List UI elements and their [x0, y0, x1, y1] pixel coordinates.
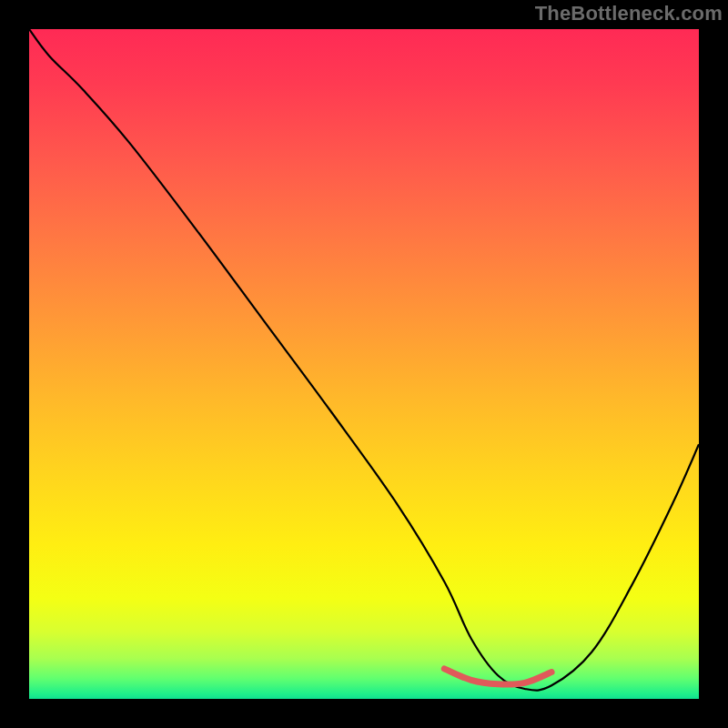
background-gradient: [29, 29, 699, 699]
plot-area: [29, 29, 699, 699]
chart-container: TheBottleneck.com: [0, 0, 728, 728]
watermark-label: TheBottleneck.com: [535, 2, 723, 25]
